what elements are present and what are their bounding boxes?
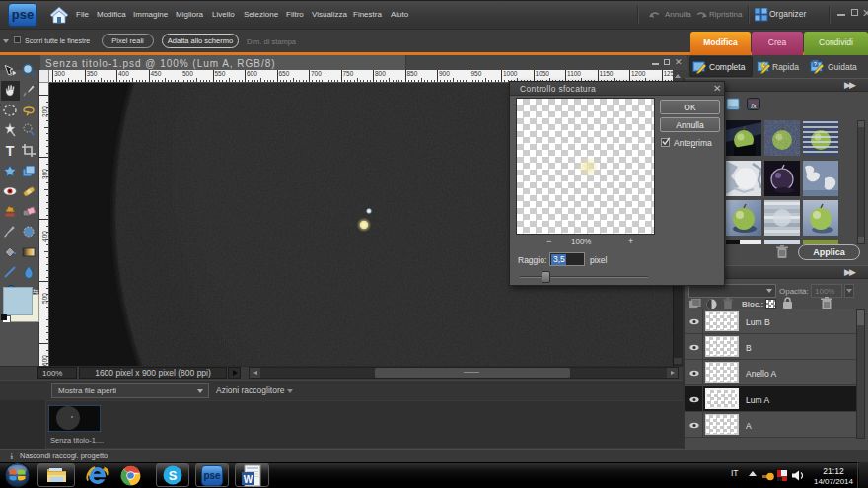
- svg-text:fx: fx: [751, 103, 757, 109]
- svg-text:S: S: [169, 468, 178, 483]
- svg-text:W: W: [244, 474, 253, 485]
- svg-text:T: T: [6, 143, 15, 159]
